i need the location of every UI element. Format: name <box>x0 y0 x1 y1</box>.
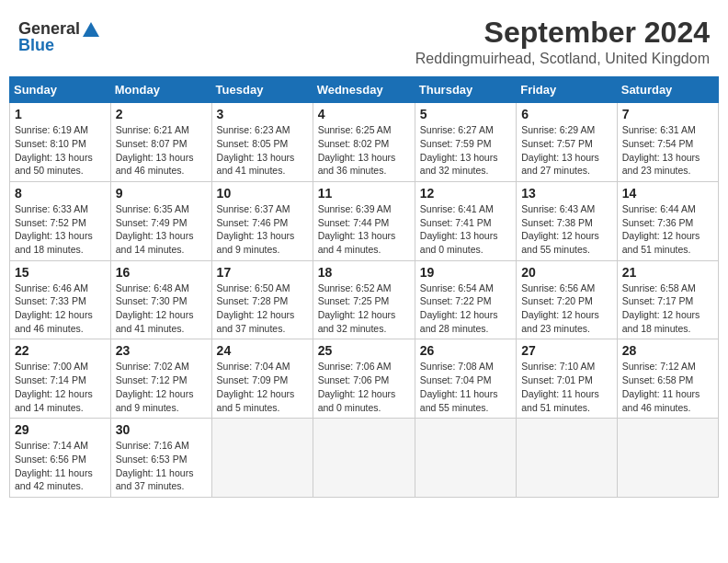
day-info: Sunrise: 6:33 AM Sunset: 7:52 PM Dayligh… <box>15 202 106 257</box>
daylight-text: Daylight: 13 hours and 23 minutes. <box>622 152 700 177</box>
calendar-week-row: 1 Sunrise: 6:19 AM Sunset: 8:10 PM Dayli… <box>10 103 719 182</box>
weekday-header-wednesday: Wednesday <box>313 77 415 103</box>
day-number: 6 <box>521 107 612 121</box>
day-number: 15 <box>15 265 106 280</box>
calendar-cell: 3 Sunrise: 6:23 AM Sunset: 8:05 PM Dayli… <box>211 103 313 182</box>
sunrise-text: Sunrise: 6:48 AM <box>116 282 189 293</box>
day-info: Sunrise: 6:44 AM Sunset: 7:36 PM Dayligh… <box>622 202 713 257</box>
title-block: September 2024 Reddingmuirhead, Scotland… <box>415 17 710 67</box>
day-number: 8 <box>15 186 106 201</box>
sunset-text: Sunset: 7:06 PM <box>318 374 390 385</box>
logo: General Blue <box>18 20 99 53</box>
day-info: Sunrise: 6:19 AM Sunset: 8:10 PM Dayligh… <box>15 123 106 178</box>
sunrise-text: Sunrise: 6:44 AM <box>622 203 696 214</box>
calendar-cell: 4 Sunrise: 6:25 AM Sunset: 8:02 PM Dayli… <box>313 103 415 182</box>
calendar-cell <box>415 419 516 498</box>
day-info: Sunrise: 6:58 AM Sunset: 7:17 PM Dayligh… <box>622 282 713 336</box>
weekday-header-monday: Monday <box>110 77 211 103</box>
day-info: Sunrise: 6:27 AM Sunset: 7:59 PM Dayligh… <box>420 123 511 178</box>
daylight-text: Daylight: 12 hours and 5 minutes. <box>217 388 295 413</box>
day-info: Sunrise: 6:52 AM Sunset: 7:25 PM Dayligh… <box>318 282 410 336</box>
day-number: 17 <box>217 265 308 280</box>
day-info: Sunrise: 7:14 AM Sunset: 6:56 PM Dayligh… <box>15 439 106 493</box>
daylight-text: Daylight: 13 hours and 14 minutes. <box>116 230 194 255</box>
day-number: 26 <box>420 343 511 358</box>
svg-marker-0 <box>83 22 99 37</box>
calendar-cell: 30 Sunrise: 7:16 AM Sunset: 6:53 PM Dayl… <box>110 419 211 498</box>
day-info: Sunrise: 6:41 AM Sunset: 7:41 PM Dayligh… <box>420 202 511 257</box>
calendar-cell: 7 Sunrise: 6:31 AM Sunset: 7:54 PM Dayli… <box>617 103 718 182</box>
sunset-text: Sunset: 7:04 PM <box>420 374 492 385</box>
sunset-text: Sunset: 8:02 PM <box>318 138 390 149</box>
sunrise-text: Sunrise: 7:04 AM <box>217 361 290 372</box>
day-number: 20 <box>521 265 612 280</box>
calendar-cell: 27 Sunrise: 7:10 AM Sunset: 7:01 PM Dayl… <box>517 339 618 419</box>
sunrise-text: Sunrise: 6:43 AM <box>521 203 595 214</box>
day-number: 29 <box>15 422 106 437</box>
calendar-cell: 9 Sunrise: 6:35 AM Sunset: 7:49 PM Dayli… <box>110 181 211 260</box>
day-number: 7 <box>622 107 713 121</box>
weekday-header-thursday: Thursday <box>415 77 516 103</box>
daylight-text: Daylight: 12 hours and 18 minutes. <box>622 309 700 334</box>
daylight-text: Daylight: 12 hours and 9 minutes. <box>116 388 194 413</box>
sunset-text: Sunset: 7:36 PM <box>622 217 694 228</box>
daylight-text: Daylight: 13 hours and 50 minutes. <box>15 152 93 177</box>
day-info: Sunrise: 7:12 AM Sunset: 6:58 PM Dayligh… <box>622 360 713 414</box>
day-number: 1 <box>15 107 106 121</box>
sunset-text: Sunset: 7:57 PM <box>521 138 593 149</box>
day-number: 5 <box>420 107 511 121</box>
day-info: Sunrise: 7:06 AM Sunset: 7:06 PM Dayligh… <box>318 360 410 414</box>
calendar-header-row: SundayMondayTuesdayWednesdayThursdayFrid… <box>10 77 719 103</box>
sunrise-text: Sunrise: 7:00 AM <box>15 361 88 372</box>
day-info: Sunrise: 6:31 AM Sunset: 7:54 PM Dayligh… <box>622 123 713 178</box>
calendar-cell: 16 Sunrise: 6:48 AM Sunset: 7:30 PM Dayl… <box>110 260 211 339</box>
day-number: 22 <box>15 343 106 358</box>
sunrise-text: Sunrise: 6:39 AM <box>318 203 392 214</box>
sunset-text: Sunset: 6:53 PM <box>116 454 188 465</box>
daylight-text: Daylight: 13 hours and 32 minutes. <box>420 152 498 177</box>
calendar-cell <box>617 419 718 498</box>
calendar-cell: 26 Sunrise: 7:08 AM Sunset: 7:04 PM Dayl… <box>415 339 516 419</box>
calendar-week-row: 29 Sunrise: 7:14 AM Sunset: 6:56 PM Dayl… <box>10 419 719 498</box>
sunset-text: Sunset: 7:46 PM <box>217 217 289 228</box>
daylight-text: Daylight: 12 hours and 55 minutes. <box>521 230 599 255</box>
daylight-text: Daylight: 13 hours and 36 minutes. <box>318 152 396 177</box>
sunrise-text: Sunrise: 7:14 AM <box>15 440 88 451</box>
sunrise-text: Sunrise: 7:08 AM <box>420 361 494 372</box>
sunrise-text: Sunrise: 6:23 AM <box>217 124 290 135</box>
calendar-cell: 23 Sunrise: 7:02 AM Sunset: 7:12 PM Dayl… <box>110 339 211 419</box>
calendar-cell: 24 Sunrise: 7:04 AM Sunset: 7:09 PM Dayl… <box>211 339 313 419</box>
calendar-cell: 19 Sunrise: 6:54 AM Sunset: 7:22 PM Dayl… <box>415 260 516 339</box>
calendar-cell <box>211 419 313 498</box>
daylight-text: Daylight: 11 hours and 51 minutes. <box>521 388 599 413</box>
sunset-text: Sunset: 7:52 PM <box>15 217 86 228</box>
day-number: 14 <box>622 186 713 201</box>
day-number: 30 <box>116 422 207 437</box>
day-info: Sunrise: 6:21 AM Sunset: 8:07 PM Dayligh… <box>116 123 207 178</box>
day-info: Sunrise: 7:04 AM Sunset: 7:09 PM Dayligh… <box>217 360 308 414</box>
day-number: 23 <box>116 343 207 358</box>
sunset-text: Sunset: 7:22 PM <box>420 295 492 306</box>
sunset-text: Sunset: 8:10 PM <box>15 138 86 149</box>
day-info: Sunrise: 6:37 AM Sunset: 7:46 PM Dayligh… <box>217 202 308 257</box>
sunrise-text: Sunrise: 6:37 AM <box>217 203 290 214</box>
calendar-cell: 15 Sunrise: 6:46 AM Sunset: 7:33 PM Dayl… <box>10 260 111 339</box>
sunset-text: Sunset: 6:56 PM <box>15 454 86 465</box>
calendar-cell: 2 Sunrise: 6:21 AM Sunset: 8:07 PM Dayli… <box>110 103 211 182</box>
daylight-text: Daylight: 13 hours and 27 minutes. <box>521 152 599 177</box>
sunset-text: Sunset: 6:58 PM <box>622 374 694 385</box>
calendar-cell <box>313 419 415 498</box>
day-info: Sunrise: 6:54 AM Sunset: 7:22 PM Dayligh… <box>420 282 511 336</box>
calendar-cell: 25 Sunrise: 7:06 AM Sunset: 7:06 PM Dayl… <box>313 339 415 419</box>
logo-blue-text: Blue <box>18 37 54 53</box>
sunrise-text: Sunrise: 6:25 AM <box>318 124 392 135</box>
sunrise-text: Sunrise: 6:46 AM <box>15 282 88 293</box>
sunrise-text: Sunrise: 6:52 AM <box>318 282 392 293</box>
weekday-header-tuesday: Tuesday <box>211 77 313 103</box>
calendar-cell: 28 Sunrise: 7:12 AM Sunset: 6:58 PM Dayl… <box>617 339 718 419</box>
day-info: Sunrise: 6:25 AM Sunset: 8:02 PM Dayligh… <box>318 123 410 178</box>
calendar-cell: 1 Sunrise: 6:19 AM Sunset: 8:10 PM Dayli… <box>10 103 111 182</box>
calendar-cell: 20 Sunrise: 6:56 AM Sunset: 7:20 PM Dayl… <box>517 260 618 339</box>
calendar-cell <box>517 419 618 498</box>
day-info: Sunrise: 6:46 AM Sunset: 7:33 PM Dayligh… <box>15 282 106 336</box>
